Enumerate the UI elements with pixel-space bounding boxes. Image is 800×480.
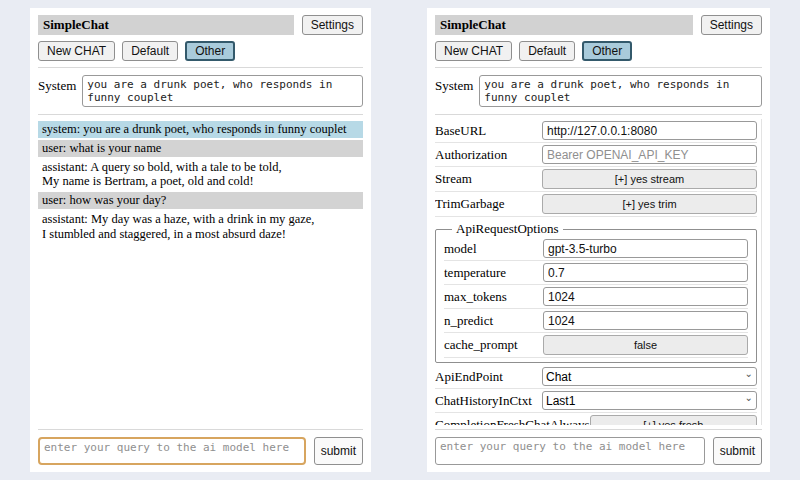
api-request-options-legend: ApiRequestOptions [452,221,563,237]
setting-row-completionfreshchatalways: CompletionFreshChatAlways[+] yes fresh [435,413,757,425]
header: SimpleChat Settings [38,15,363,35]
query-row: submit [435,437,762,465]
settings-list: BaseURLAuthorizationStream[+] yes stream… [435,119,762,425]
session-button-other[interactable]: Other [185,41,235,61]
query-input[interactable] [38,437,306,465]
setting-input-authorization[interactable] [542,145,757,164]
setting-label-cache-prompt: cache_prompt [444,337,518,353]
setting-label-n-predict: n_predict [444,313,493,329]
submit-button[interactable]: submit [314,437,363,465]
setting-row-authorization: Authorization [435,143,757,167]
divider [435,114,762,115]
setting-row-trimgarbage: TrimGarbage[+] yes trim [435,192,757,217]
setting-button-stream[interactable]: [+] yes stream [542,169,757,189]
setting-row-chathistoryinctxt: ChatHistoryInCtxtLast1⌄ [435,389,757,413]
app-title: SimpleChat [435,15,693,35]
setting-input-temperature[interactable] [543,263,748,282]
system-prompt-input[interactable] [82,75,363,107]
header: SimpleChat Settings [435,15,762,35]
setting-row-cache-prompt: cache_promptfalse [444,333,748,358]
settings-main-rows: BaseURLAuthorizationStream[+] yes stream… [435,119,757,217]
setting-label-stream: Stream [435,171,472,187]
session-buttons: DefaultOther [122,41,235,61]
chat-message-system: system: you are a drunk poet, who respon… [38,121,363,138]
setting-button-completionfreshchatalways[interactable]: [+] yes fresh [590,415,757,425]
session-button-default[interactable]: Default [122,41,178,61]
divider [435,429,762,430]
new-chat-button[interactable]: New CHAT [38,41,115,61]
setting-label-apiendpoint: ApiEndPoint [435,369,503,385]
session-row: New CHAT DefaultOther [435,41,762,61]
chat-message-user: user: what is your name [38,140,363,157]
app-title: SimpleChat [38,15,294,35]
setting-label-baseurl: BaseURL [435,123,486,139]
settings-button[interactable]: Settings [701,15,762,35]
setting-label-model: model [444,241,477,257]
settings-button[interactable]: Settings [302,15,363,35]
setting-input-max-tokens[interactable] [543,287,748,306]
session-button-other[interactable]: Other [582,41,632,61]
system-prompt-label: System [435,75,473,107]
chat-panel: SimpleChat Settings New CHAT DefaultOthe… [30,8,371,472]
chat-message-assistant: assistant: A query so bold, with a tale … [38,159,363,191]
divider [38,67,363,68]
setting-label-chathistoryinctxt: ChatHistoryInCtxt [435,393,532,409]
system-prompt-row: System [38,75,363,107]
setting-label-temperature: temperature [444,265,506,281]
setting-input-model[interactable] [543,239,748,258]
new-chat-button[interactable]: New CHAT [435,41,512,61]
setting-row-temperature: temperature [444,261,748,285]
system-prompt-row: System [435,75,762,107]
session-buttons: DefaultOther [519,41,632,61]
setting-select-chathistoryinctxt[interactable]: Last1 [542,391,757,410]
page: SimpleChat Settings New CHAT DefaultOthe… [0,0,800,480]
setting-label-max-tokens: max_tokens [444,289,507,305]
chat-message-user: user: how was your day? [38,192,363,209]
setting-select-apiendpoint[interactable]: Chat [542,367,757,386]
divider [38,114,363,115]
divider [38,429,363,430]
chat-message-assistant: assistant: My day was a haze, with a dri… [38,211,363,243]
query-row: submit [38,437,363,465]
setting-label-authorization: Authorization [435,147,507,163]
setting-button-cache-prompt[interactable]: false [543,335,748,355]
setting-button-trimgarbage[interactable]: [+] yes trim [542,194,757,214]
setting-input-n-predict[interactable] [543,311,748,330]
setting-select-wrap-apiendpoint: Chat⌄ [542,367,757,386]
setting-row-baseurl: BaseURL [435,119,757,143]
chat-log: system: you are a drunk poet, who respon… [38,119,363,425]
setting-input-baseurl[interactable] [542,121,757,140]
setting-label-completionfreshchatalways: CompletionFreshChatAlways [435,417,590,425]
setting-row-n-predict: n_predict [444,309,748,333]
session-button-default[interactable]: Default [519,41,575,61]
settings-group-rows: modeltemperaturemax_tokensn_predictcache… [444,237,748,358]
settings-tail-rows: ApiEndPointChat⌄ChatHistoryInCtxtLast1⌄C… [435,365,757,425]
submit-button[interactable]: submit [713,437,762,465]
system-prompt-label: System [38,75,76,107]
api-request-options-group: ApiRequestOptions modeltemperaturemax_to… [435,221,757,363]
setting-row-apiendpoint: ApiEndPointChat⌄ [435,365,757,389]
divider [435,67,762,68]
setting-row-model: model [444,237,748,261]
setting-row-stream: Stream[+] yes stream [435,167,757,192]
settings-panel: SimpleChat Settings New CHAT DefaultOthe… [427,8,770,472]
setting-row-max-tokens: max_tokens [444,285,748,309]
setting-select-wrap-chathistoryinctxt: Last1⌄ [542,391,757,410]
query-input[interactable] [435,437,705,465]
setting-label-trimgarbage: TrimGarbage [435,196,505,212]
session-row: New CHAT DefaultOther [38,41,363,61]
system-prompt-input[interactable] [479,75,762,107]
